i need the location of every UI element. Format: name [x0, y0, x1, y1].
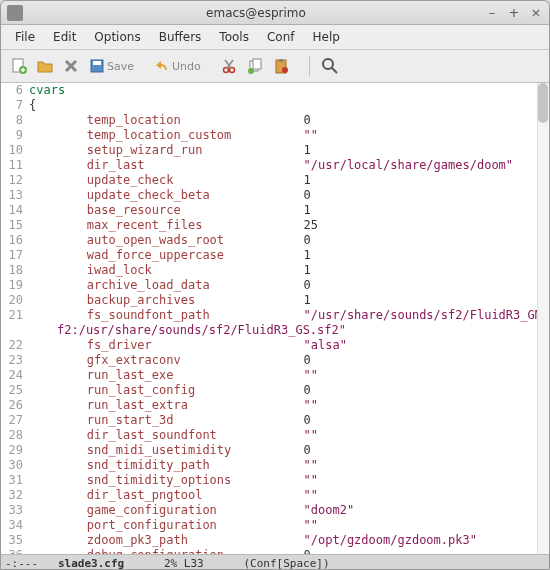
code-line[interactable]: 15 max_recent_files 25 — [1, 218, 549, 233]
code-line-wrap[interactable]: f2:/usr/share/sounds/sf2/FluidR3_GS.sf2" — [1, 323, 549, 338]
toolbar-separator — [309, 56, 310, 76]
new-file-button[interactable] — [7, 54, 31, 78]
menu-buffers[interactable]: Buffers — [151, 28, 210, 46]
code-line[interactable]: 8 temp_location 0 — [1, 113, 549, 128]
config-value: "" — [304, 368, 318, 383]
code-line[interactable]: 29 snd_midi_usetimidity 0 — [1, 443, 549, 458]
config-key: temp_location — [87, 113, 181, 128]
config-key: auto_open_wads_root — [87, 233, 224, 248]
config-key: fs_soundfont_path — [87, 308, 210, 323]
search-icon — [321, 57, 339, 75]
menu-file[interactable]: File — [7, 28, 43, 46]
undo-icon — [154, 58, 170, 74]
svg-point-11 — [282, 67, 288, 73]
code-line[interactable]: 6cvars — [1, 83, 549, 98]
line-number: 35 — [1, 533, 29, 548]
code-line[interactable]: 30 snd_timidity_path "" — [1, 458, 549, 473]
code-line[interactable]: 19 archive_load_data 0 — [1, 278, 549, 293]
line-number: 7 — [1, 98, 29, 113]
line-number: 25 — [1, 383, 29, 398]
code-line[interactable]: 14 base_resource 1 — [1, 203, 549, 218]
config-value: "alsa" — [304, 338, 347, 353]
config-value: 25 — [304, 218, 318, 233]
config-key: snd_timidity_path — [87, 458, 210, 473]
close-file-button[interactable] — [59, 54, 83, 78]
code-line[interactable]: 11 dir_last "/usr/local/share/games/doom… — [1, 158, 549, 173]
config-value: 1 — [304, 263, 311, 278]
code-line[interactable]: 27 run_start_3d 0 — [1, 413, 549, 428]
config-key: archive_load_data — [87, 278, 210, 293]
scrollbar[interactable] — [537, 83, 549, 554]
code-line[interactable]: 28 dir_last_soundfont "" — [1, 428, 549, 443]
minimize-button[interactable]: – — [485, 6, 499, 20]
code-line[interactable]: 34 port_configuration "" — [1, 518, 549, 533]
code-line[interactable]: 32 dir_last_pngtool "" — [1, 488, 549, 503]
config-value: "" — [304, 473, 318, 488]
code-line[interactable]: 35 zdoom_pk3_path "/opt/gzdoom/gzdoom.pk… — [1, 533, 549, 548]
keyword: cvars — [29, 83, 65, 98]
code-line[interactable]: 18 iwad_lock 1 — [1, 263, 549, 278]
config-value: "/usr/local/share/games/doom" — [304, 158, 514, 173]
config-key: zdoom_pk3_path — [87, 533, 188, 548]
code-line[interactable]: 7{ — [1, 98, 549, 113]
line-number: 17 — [1, 248, 29, 263]
cut-button[interactable] — [217, 54, 241, 78]
window-titlebar: emacs@esprimo – + × — [1, 1, 549, 25]
config-value: 0 — [304, 353, 311, 368]
code-line[interactable]: 36 debug_configuration 0 — [1, 548, 549, 554]
copy-button[interactable] — [243, 54, 267, 78]
line-number: 33 — [1, 503, 29, 518]
open-file-button[interactable] — [33, 54, 57, 78]
undo-button[interactable]: Undo — [150, 54, 205, 78]
menu-options[interactable]: Options — [86, 28, 148, 46]
config-value: "" — [304, 488, 318, 503]
code-line[interactable]: 9 temp_location_custom "" — [1, 128, 549, 143]
config-key: iwad_lock — [87, 263, 152, 278]
editor-area[interactable]: 6cvars7{8 temp_location 09 temp_location… — [1, 83, 549, 554]
code-line[interactable]: 10 setup_wizard_run 1 — [1, 143, 549, 158]
window-title: emacs@esprimo — [27, 6, 485, 20]
search-button[interactable] — [318, 54, 342, 78]
config-key: setup_wizard_run — [87, 143, 203, 158]
menu-edit[interactable]: Edit — [45, 28, 84, 46]
close-button[interactable]: × — [529, 6, 543, 20]
config-value: "" — [304, 128, 318, 143]
code-line[interactable]: 23 gfx_extraconv 0 — [1, 353, 549, 368]
svg-point-12 — [323, 59, 333, 69]
config-value: 1 — [304, 203, 311, 218]
config-key: backup_archives — [87, 293, 195, 308]
undo-label: Undo — [172, 60, 201, 73]
maximize-button[interactable]: + — [507, 6, 521, 20]
menu-help[interactable]: Help — [304, 28, 347, 46]
code-line[interactable]: 12 update_check 1 — [1, 173, 549, 188]
menu-conf[interactable]: Conf — [259, 28, 303, 46]
paste-button[interactable] — [269, 54, 293, 78]
config-value: "" — [304, 458, 318, 473]
code-line[interactable]: 25 run_last_config 0 — [1, 383, 549, 398]
line-number: 22 — [1, 338, 29, 353]
code-line[interactable]: 16 auto_open_wads_root 0 — [1, 233, 549, 248]
code-line[interactable]: 24 run_last_exe "" — [1, 368, 549, 383]
line-number: 15 — [1, 218, 29, 233]
scrollbar-thumb[interactable] — [538, 83, 548, 123]
code-line[interactable]: 33 game_configuration "doom2" — [1, 503, 549, 518]
code-line[interactable]: 17 wad_force_uppercase 1 — [1, 248, 549, 263]
modeline-filename: slade3.cfg — [58, 557, 124, 570]
new-file-icon — [10, 57, 28, 75]
line-number: 32 — [1, 488, 29, 503]
code-line[interactable]: 26 run_last_extra "" — [1, 398, 549, 413]
save-button[interactable]: Save — [85, 54, 138, 78]
config-value: "" — [304, 428, 318, 443]
code-line[interactable]: 22 fs_driver "alsa" — [1, 338, 549, 353]
code-line[interactable]: 31 snd_timidity_options "" — [1, 473, 549, 488]
code-line[interactable]: 21 fs_soundfont_path "/usr/share/sounds/… — [1, 308, 549, 323]
line-number: 13 — [1, 188, 29, 203]
config-key: dir_last — [87, 158, 145, 173]
config-value: "" — [304, 398, 318, 413]
config-value: 0 — [304, 113, 311, 128]
code-line[interactable]: 20 backup_archives 1 — [1, 293, 549, 308]
code-line[interactable]: 13 update_check_beta 0 — [1, 188, 549, 203]
config-key: run_last_config — [87, 383, 195, 398]
menu-tools[interactable]: Tools — [211, 28, 257, 46]
modeline-mode: (Conf[Space]) — [243, 557, 329, 570]
